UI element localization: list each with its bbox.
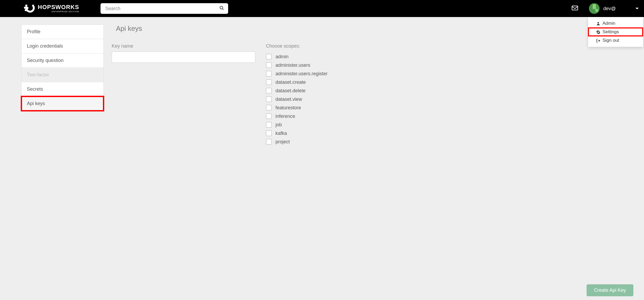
scopes-label: Choose scopes: bbox=[266, 43, 623, 49]
scope-checkbox-dataset-create[interactable] bbox=[266, 79, 272, 85]
scope-checkbox-administer-users[interactable] bbox=[266, 62, 272, 68]
user-dropdown: Admin Settings Sign out bbox=[588, 17, 643, 47]
scope-item: admin bbox=[266, 54, 623, 60]
dropdown-item-settings[interactable]: Settings bbox=[588, 28, 643, 36]
svg-point-4 bbox=[220, 6, 223, 9]
scope-checkbox-administer-users-register[interactable] bbox=[266, 71, 272, 77]
scope-label: featurestore bbox=[275, 105, 301, 111]
gear-icon bbox=[596, 29, 600, 35]
svg-line-5 bbox=[222, 9, 224, 10]
svg-point-0 bbox=[25, 5, 27, 7]
dropdown-label: Settings bbox=[603, 29, 619, 35]
logo-subtitle: ENTERPRISE EDITION bbox=[38, 11, 79, 13]
scope-item: dataset.delete bbox=[266, 88, 623, 94]
scope-checkbox-admin[interactable] bbox=[266, 54, 272, 60]
scope-item: kafka bbox=[266, 130, 623, 136]
scope-checkbox-job[interactable] bbox=[266, 122, 272, 128]
scope-checkbox-dataset-view[interactable] bbox=[266, 96, 272, 102]
main: ProfileLogin credentialsSecurity questio… bbox=[0, 17, 644, 155]
sidebar-item-label: Api keys bbox=[27, 101, 45, 106]
scope-label: project bbox=[275, 139, 290, 145]
scope-item: dataset.create bbox=[266, 79, 623, 85]
scope-checkbox-featurestore[interactable] bbox=[266, 105, 272, 111]
scope-label: job bbox=[275, 122, 282, 128]
scope-label: admin bbox=[275, 54, 288, 60]
avatar bbox=[589, 3, 600, 14]
sidebar-item-label: Secrets bbox=[27, 86, 43, 92]
logo-icon bbox=[24, 3, 35, 14]
dropdown-label: Admin bbox=[603, 21, 615, 26]
scope-label: kafka bbox=[275, 131, 287, 136]
scope-label: dataset.view bbox=[275, 97, 302, 102]
search-icon[interactable] bbox=[219, 6, 224, 11]
sidebar-item-profile[interactable]: Profile bbox=[22, 25, 103, 39]
sidebar-item-label: Login credentials bbox=[27, 43, 63, 49]
scope-checkbox-project[interactable] bbox=[266, 139, 272, 145]
search-input[interactable] bbox=[101, 3, 228, 14]
dropdown-label: Sign out bbox=[603, 38, 619, 43]
signout-icon bbox=[596, 38, 600, 43]
sidebar-item-api-keys[interactable]: Api keys bbox=[22, 97, 103, 111]
svg-point-7 bbox=[597, 22, 599, 23]
scope-item: dataset.view bbox=[266, 96, 623, 102]
scope-item: inference bbox=[266, 113, 623, 119]
sidebar: ProfileLogin credentialsSecurity questio… bbox=[21, 24, 104, 111]
svg-point-1 bbox=[24, 7, 26, 9]
scope-item: project bbox=[266, 139, 623, 145]
admin-icon bbox=[596, 21, 600, 26]
sidebar-item-secrets[interactable]: Secrets bbox=[22, 82, 103, 97]
scope-item: administer.users.register bbox=[266, 71, 623, 77]
sidebar-item-label: Security question bbox=[27, 58, 64, 63]
scope-label: inference bbox=[275, 114, 295, 119]
scopes-list: adminadminister.usersadminister.users.re… bbox=[266, 54, 623, 145]
mail-icon[interactable] bbox=[571, 5, 578, 12]
search-wrap bbox=[101, 3, 228, 14]
dropdown-item-signout[interactable]: Sign out bbox=[588, 36, 643, 45]
scope-checkbox-kafka[interactable] bbox=[266, 130, 272, 136]
chevron-down-icon bbox=[635, 8, 639, 9]
svg-point-3 bbox=[25, 9, 27, 11]
page-title: Api keys bbox=[116, 24, 623, 33]
sidebar-item-label: Two-factor bbox=[27, 72, 49, 77]
dropdown-item-admin[interactable]: Admin bbox=[588, 19, 643, 28]
logo-title: HOPSWORKS bbox=[38, 4, 79, 10]
topbar: HOPSWORKS ENTERPRISE EDITION dev@ bbox=[0, 0, 644, 17]
content: Api keys Key name Choose scopes: adminad… bbox=[112, 24, 623, 147]
scope-item: featurestore bbox=[266, 105, 623, 111]
scope-checkbox-dataset-delete[interactable] bbox=[266, 88, 272, 94]
svg-rect-6 bbox=[572, 6, 578, 10]
sidebar-item-security-question[interactable]: Security question bbox=[22, 53, 103, 68]
user-menu-trigger[interactable]: dev@ bbox=[589, 3, 639, 14]
key-name-input[interactable] bbox=[112, 52, 255, 63]
logo[interactable]: HOPSWORKS ENTERPRISE EDITION bbox=[24, 3, 79, 14]
svg-point-2 bbox=[26, 7, 28, 9]
username: dev@ bbox=[603, 6, 616, 11]
scope-label: administer.users bbox=[275, 62, 310, 68]
scope-label: dataset.create bbox=[275, 80, 306, 85]
sidebar-item-login-credentials[interactable]: Login credentials bbox=[22, 39, 103, 53]
sidebar-item-label: Profile bbox=[27, 29, 40, 34]
key-name-label: Key name bbox=[112, 43, 255, 49]
sidebar-item-two-factor: Two-factor bbox=[22, 68, 103, 82]
scope-item: job bbox=[266, 122, 623, 128]
scope-checkbox-inference[interactable] bbox=[266, 113, 272, 119]
scope-label: dataset.delete bbox=[275, 88, 306, 94]
scope-label: administer.users.register bbox=[275, 71, 328, 77]
scope-item: administer.users bbox=[266, 62, 623, 68]
